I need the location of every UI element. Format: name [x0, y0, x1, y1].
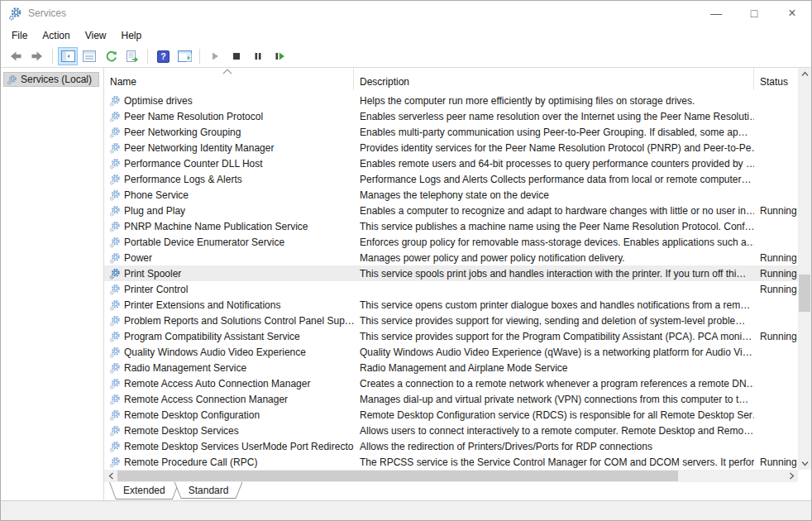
horizontal-scrollbar[interactable]	[104, 470, 798, 482]
tab-standard[interactable]: Standard	[174, 482, 243, 499]
toolbar-separator	[147, 49, 148, 64]
stop-service-icon[interactable]	[227, 47, 246, 65]
service-gear-icon	[109, 378, 121, 390]
scroll-down-icon[interactable]	[798, 457, 811, 470]
services-app-icon	[8, 7, 22, 21]
toolbar-separator	[199, 49, 200, 64]
service-gear-icon	[109, 456, 121, 468]
help-glyph: ?	[160, 51, 165, 61]
restart-service-icon[interactable]	[270, 47, 289, 65]
service-name: Radio Management Service	[124, 362, 246, 374]
menu-file[interactable]: File	[4, 27, 35, 44]
properties-icon[interactable]	[79, 47, 99, 65]
service-description: This service opens custom printer dialog…	[354, 299, 754, 311]
horizontal-scroll-track[interactable]	[117, 470, 785, 482]
service-description: Helps the computer run more efficiently …	[354, 95, 754, 107]
status-strip	[1, 500, 811, 520]
menu-view[interactable]: View	[78, 27, 114, 44]
service-description: Enables multi-party communication using …	[354, 127, 754, 138]
column-header-status[interactable]: Status	[754, 68, 798, 90]
service-row[interactable]: Peer Networking Grouping Enables multi-p…	[104, 124, 798, 140]
service-name: Portable Device Enumerator Service	[124, 237, 284, 248]
service-description: Manages dial-up and virtual private netw…	[354, 394, 754, 405]
maximize-button[interactable]: □	[735, 1, 773, 26]
service-description: This service spools print jobs and handl…	[354, 268, 754, 280]
service-row[interactable]: Print Spooler This service spools print …	[104, 265, 798, 281]
service-row[interactable]: Performance Counter DLL Host Enables rem…	[104, 155, 798, 171]
service-row[interactable]: Performance Logs & Alerts Performance Lo…	[104, 171, 798, 187]
service-row[interactable]: Program Compatibility Assistant Service …	[104, 328, 798, 344]
close-button[interactable]: ×	[773, 1, 811, 26]
back-icon[interactable]	[6, 47, 26, 65]
service-row[interactable]: Remote Access Auto Connection Manager Cr…	[104, 375, 798, 391]
forward-icon[interactable]	[27, 47, 47, 65]
scroll-left-icon[interactable]	[104, 470, 117, 482]
service-status: Running	[754, 268, 798, 280]
service-name: Problem Reports and Solutions Control Pa…	[124, 315, 354, 327]
column-header-description[interactable]: Description	[354, 68, 754, 90]
service-row[interactable]: Power Manages power policy and power pol…	[104, 250, 798, 265]
show-action-pane-icon[interactable]	[174, 47, 194, 65]
service-row[interactable]: Remote Desktop Services Allows users to …	[104, 423, 798, 438]
service-row[interactable]: Portable Device Enumerator Service Enfor…	[104, 234, 798, 250]
service-row[interactable]: Remote Desktop Services UserMode Port Re…	[104, 438, 798, 454]
service-name: Optimise drives	[124, 95, 193, 107]
service-description: This service provides support for the Pr…	[354, 331, 754, 342]
service-description: Provides identity services for the Peer …	[354, 142, 754, 154]
pause-service-icon[interactable]	[248, 47, 268, 65]
view-tabs: Extended Standard	[104, 482, 811, 500]
vertical-scroll-thumb[interactable]	[799, 275, 810, 312]
service-name: Phone Service	[124, 189, 189, 201]
service-description: Allows the redirection of Printers/Drive…	[354, 441, 754, 452]
services-window: Services — □ × File Action View Help	[0, 0, 812, 521]
service-gear-icon	[109, 142, 121, 154]
service-row[interactable]: Peer Networking Identity Manager Provide…	[104, 140, 798, 155]
services-node-icon	[7, 74, 17, 85]
service-row[interactable]: Peer Name Resolution Protocol Enables se…	[104, 108, 798, 124]
horizontal-scroll-thumb[interactable]	[117, 471, 678, 481]
service-row[interactable]: PNRP Machine Name Publication Service Th…	[104, 218, 798, 234]
service-name: Remote Access Connection Manager	[124, 394, 288, 405]
service-row[interactable]: Radio Management Service Radio Managemen…	[104, 360, 798, 375]
service-description: Creates a connection to a remote network…	[354, 378, 754, 390]
service-name: Remote Desktop Services	[124, 425, 239, 437]
service-gear-icon	[109, 331, 121, 342]
menu-help[interactable]: Help	[114, 27, 150, 44]
tab-extended[interactable]: Extended	[109, 482, 179, 499]
start-service-icon[interactable]	[205, 47, 225, 65]
service-name: Print Spooler	[124, 268, 181, 280]
service-status: Running	[754, 252, 798, 264]
service-row[interactable]: Remote Access Connection Manager Manages…	[104, 391, 798, 407]
service-gear-icon	[109, 95, 121, 107]
service-name: Remote Desktop Services UserMode Port Re…	[124, 441, 354, 452]
service-gear-icon	[109, 237, 121, 248]
service-row[interactable]: Printer Extensions and Notifications Thi…	[104, 297, 798, 313]
service-name: Peer Name Resolution Protocol	[124, 111, 263, 122]
refresh-icon[interactable]	[101, 47, 121, 65]
service-row[interactable]: Plug and Play Enables a computer to reco…	[104, 203, 798, 218]
service-gear-icon	[109, 362, 121, 374]
service-row[interactable]: Remote Procedure Call (RPC) The RPCSS se…	[104, 454, 798, 470]
service-row[interactable]: Remote Desktop Configuration Remote Desk…	[104, 407, 798, 423]
menu-action[interactable]: Action	[35, 27, 77, 44]
minimize-button[interactable]: —	[697, 1, 735, 26]
service-gear-icon	[109, 299, 121, 311]
service-row[interactable]: Problem Reports and Solutions Control Pa…	[104, 313, 798, 328]
service-row[interactable]: Quality Windows Audio Video Experience Q…	[104, 344, 798, 360]
service-gear-icon	[109, 174, 121, 185]
service-row[interactable]: Optimise drives Helps the computer run m…	[104, 93, 798, 108]
scroll-up-icon[interactable]	[798, 68, 811, 80]
vertical-scrollbar[interactable]	[798, 68, 811, 470]
service-gear-icon	[109, 441, 121, 452]
show-console-tree-icon[interactable]	[58, 47, 78, 65]
service-name: Power	[124, 252, 152, 264]
service-row[interactable]: Printer Control Running	[104, 281, 798, 297]
scroll-right-icon[interactable]	[785, 470, 798, 482]
sidebar-item-services-local[interactable]: Services (Local)	[3, 72, 99, 87]
service-name: Plug and Play	[124, 205, 185, 217]
list-header: Name Description Status	[104, 68, 798, 93]
help-icon[interactable]: ?	[153, 47, 173, 65]
service-status: Running	[754, 284, 798, 295]
service-row[interactable]: Phone Service Manages the telephony stat…	[104, 187, 798, 203]
export-list-icon[interactable]	[122, 47, 142, 65]
